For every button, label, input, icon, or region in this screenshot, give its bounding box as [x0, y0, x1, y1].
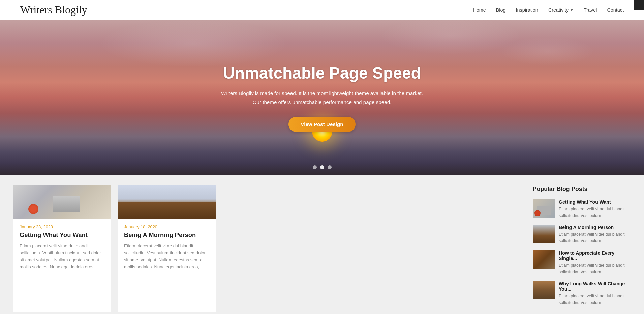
post-title-1[interactable]: Getting What You Want	[20, 231, 105, 239]
nav-link-inspiration[interactable]: Inspiration	[516, 7, 538, 13]
posts-area: January 23, 2020 Getting What You Want E…	[13, 185, 523, 312]
hero-dot-2[interactable]	[320, 165, 324, 169]
sidebar-post-excerpt-3: Etiam placerat velit vitae dui blandit s…	[559, 262, 631, 275]
sidebar: Popular Blog Posts Getting What You Want…	[523, 185, 631, 312]
hero-title: Unmatchable Page Speed	[221, 64, 423, 82]
chevron-down-icon: ▼	[570, 8, 574, 12]
sidebar-post-title-4[interactable]: Why Long Walks Will Change You...	[559, 281, 631, 292]
nav-item-travel[interactable]: Travel	[584, 7, 597, 13]
sidebar-post-info-2: Being A Morning Person Etiam placerat ve…	[559, 225, 631, 244]
post-card-body-1: January 23, 2020 Getting What You Want E…	[13, 219, 111, 277]
post-excerpt-2: Etiam placerat velit vitae dui blandit s…	[124, 242, 210, 270]
nav-link-travel[interactable]: Travel	[584, 7, 597, 13]
nav-link-creativity[interactable]: Creativity	[548, 7, 569, 13]
hero-subtitle-line1: Writers Blogily is made for speed. It is…	[221, 90, 423, 96]
hero-subtitle-line2: Our theme offers unmatchable performance…	[253, 99, 392, 105]
view-post-design-button[interactable]: View Post Design	[288, 117, 355, 132]
nav-item-blog[interactable]: Blog	[496, 7, 506, 13]
nav-item-home[interactable]: Home	[473, 7, 486, 13]
post-title-2[interactable]: Being A Morning Person	[124, 231, 210, 239]
nav-link-contact[interactable]: Contact	[607, 7, 624, 13]
sidebar-thumb-4	[533, 281, 555, 299]
post-card-body-2: January 18, 2020 Being A Morning Person …	[118, 219, 216, 277]
post-date-1: January 23, 2020	[20, 224, 105, 229]
sidebar-post-2: Being A Morning Person Etiam placerat ve…	[533, 225, 631, 244]
main-nav: Home Blog Inspiration Creativity ▼ Trave…	[473, 7, 624, 13]
hero-content: Unmatchable Page Speed Writers Blogily i…	[214, 64, 430, 132]
sidebar-post-title-2[interactable]: Being A Morning Person	[559, 225, 631, 230]
hero-dots	[313, 165, 332, 169]
sidebar-post-3: How to Appreciate Every Single... Etiam …	[533, 250, 631, 275]
header: Writers Blogily Home Blog Inspiration Cr…	[0, 0, 644, 20]
sidebar-post-title-1[interactable]: Getting What You Want	[559, 199, 631, 205]
sidebar-post-excerpt-4: Etiam placerat velit vitae dui blandit s…	[559, 293, 631, 306]
sidebar-post-info-1: Getting What You Want Etiam placerat vel…	[559, 199, 631, 219]
site-title[interactable]: Writers Blogily	[20, 4, 87, 16]
hero-dot-1[interactable]	[313, 165, 317, 169]
corner-decoration	[634, 0, 644, 10]
hero-dot-3[interactable]	[328, 165, 332, 169]
hero-section: Unmatchable Page Speed Writers Blogily i…	[0, 20, 644, 175]
nav-link-blog[interactable]: Blog	[496, 7, 506, 13]
hero-subtitle: Writers Blogily is made for speed. It is…	[221, 89, 423, 107]
sidebar-thumb-3	[533, 250, 555, 269]
nav-item-contact[interactable]: Contact	[607, 7, 624, 13]
sidebar-post-4: Why Long Walks Will Change You... Etiam …	[533, 281, 631, 306]
sidebar-post-1: Getting What You Want Etiam placerat vel…	[533, 199, 631, 219]
post-card-1: January 23, 2020 Getting What You Want E…	[13, 185, 111, 312]
sidebar-thumb-1	[533, 199, 555, 218]
sidebar-post-excerpt-1: Etiam placerat velit vitae dui blandit s…	[559, 206, 631, 219]
post-image-2	[118, 185, 216, 219]
sidebar-thumb-2	[533, 225, 555, 243]
post-date-2: January 18, 2020	[124, 224, 210, 229]
nav-list: Home Blog Inspiration Creativity ▼ Trave…	[473, 7, 624, 13]
post-card-2: January 18, 2020 Being A Morning Person …	[118, 185, 216, 312]
nav-item-inspiration[interactable]: Inspiration	[516, 7, 538, 13]
post-image-1	[13, 185, 111, 219]
nav-link-home[interactable]: Home	[473, 7, 486, 13]
sidebar-post-excerpt-2: Etiam placerat velit vitae dui blandit s…	[559, 231, 631, 244]
sidebar-title: Popular Blog Posts	[533, 185, 631, 193]
sidebar-post-title-3[interactable]: How to Appreciate Every Single...	[559, 250, 631, 261]
post-excerpt-1: Etiam placerat velit vitae dui blandit s…	[20, 242, 105, 270]
nav-item-creativity[interactable]: Creativity ▼	[548, 7, 574, 13]
main-content: January 23, 2020 Getting What You Want E…	[0, 175, 644, 314]
sidebar-post-info-3: How to Appreciate Every Single... Etiam …	[559, 250, 631, 275]
sidebar-post-info-4: Why Long Walks Will Change You... Etiam …	[559, 281, 631, 306]
